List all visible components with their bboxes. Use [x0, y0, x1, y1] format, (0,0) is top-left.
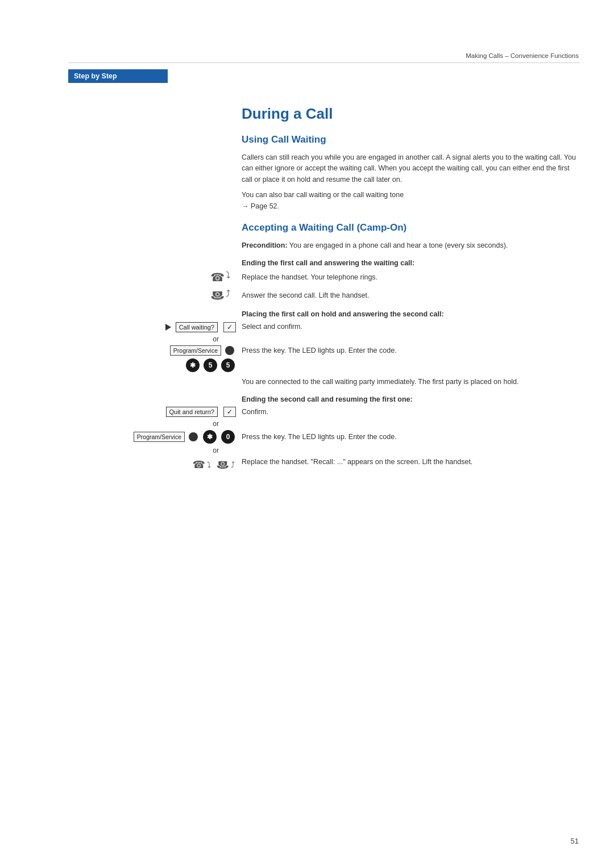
- call-waiting-instruction: Select and confirm.: [242, 322, 580, 332]
- prog-service-row1: Program/Service Press the key. The LED l…: [68, 345, 580, 356]
- section1-body: Callers can still reach you while you ar…: [242, 152, 580, 185]
- section2-title: Accepting a Waiting Call (Camp-On): [242, 222, 580, 233]
- prog-service-key1: Program/Service: [170, 345, 221, 356]
- quit-instruction: Confirm.: [242, 407, 580, 418]
- five-key-1: 5: [204, 358, 217, 372]
- quit-checkmark: ✓: [223, 407, 236, 417]
- subsection1-label-row: Ending the first call and answering the …: [242, 259, 580, 267]
- prog-service-instruction1: Press the key. The LED lights up. Enter …: [242, 345, 580, 356]
- section1-title: Using Call Waiting: [242, 134, 580, 145]
- step-by-step-label: Step by Step: [74, 72, 117, 80]
- subsection1-label: Ending the first call and answering the …: [242, 259, 580, 267]
- lift-handset-icon: ☎: [210, 289, 225, 302]
- zero-key: 0: [221, 430, 235, 444]
- prog-service-key2: Program/Service: [134, 432, 185, 442]
- subsection3-label: Ending the second call and resuming the …: [242, 395, 580, 403]
- star-key2: ✱: [203, 430, 217, 444]
- quit-left: Quit and return? ✓: [68, 407, 242, 417]
- recall-lift-arrow-icon: ⤴: [231, 460, 235, 469]
- step-replace-handset-text: Replace the handset. Your telephone ring…: [242, 272, 580, 283]
- or1-left: or: [68, 335, 242, 343]
- led-dot1: [225, 346, 234, 355]
- or2-text: or: [213, 420, 230, 428]
- page-container: Making Calls – Convenience Functions Ste…: [0, 0, 614, 868]
- checkmark-box: ✓: [223, 322, 236, 332]
- prog-service-left1: Program/Service: [68, 345, 242, 356]
- subsection2-label-row: Placing the first call on hold and answe…: [242, 310, 580, 318]
- arrow-up-icon: ⤴: [226, 289, 230, 302]
- header-rule: [68, 62, 580, 63]
- recall-arrow-icon: ⤵: [207, 460, 211, 469]
- main-content: During a Call Using Call Waiting Callers…: [68, 88, 580, 479]
- prog-service-instruction2: Press the key. The LED lights up. Enter …: [242, 432, 580, 443]
- breadcrumb: Making Calls – Convenience Functions: [466, 52, 579, 59]
- triangle-icon: [165, 324, 171, 331]
- main-title: During a Call: [242, 105, 580, 123]
- page-ref: → Page 52.: [242, 202, 279, 210]
- or1-row: or: [68, 335, 580, 343]
- led-dot2: [189, 432, 198, 441]
- left-icon-replace: ☎ ⤵: [68, 270, 242, 284]
- step-replace-handset-row: ☎ ⤵ Replace the handset. Your telephone …: [68, 270, 580, 284]
- step-lift-handset-row: ☎ ⤴ Answer the second call. Lift the han…: [68, 289, 580, 302]
- star-key: ✱: [186, 358, 200, 372]
- or2-row: or: [68, 419, 580, 428]
- recall-row: ☎ ⤵ ☎ ⤴ Replace the handset. "Recall: ..…: [68, 457, 580, 471]
- or1-text: or: [213, 335, 230, 343]
- call-waiting-key: Call waiting?: [176, 322, 218, 332]
- call-waiting-row: Call waiting? ✓ Select and confirm.: [68, 322, 580, 332]
- recall-lift-icon: ☎: [217, 458, 229, 471]
- or2-left: or: [68, 419, 242, 428]
- keys-left1: ✱ 5 5: [68, 358, 242, 372]
- prog-service-left2: Program/Service ✱ 0: [68, 430, 242, 444]
- or3-left: or: [68, 446, 242, 454]
- recall-text: Replace the handset. "Recall: ..." appea…: [242, 457, 580, 468]
- arrow-down-icon: ⤵: [226, 270, 230, 284]
- step-lift-handset-text: Answer the second call. Lift the handset…: [242, 290, 580, 301]
- connected-text: You are connected to the call waiting pa…: [242, 377, 580, 387]
- precondition: Precondition: You are engaged in a phone…: [242, 240, 580, 251]
- call-waiting-left: Call waiting? ✓: [68, 322, 242, 332]
- subsection2-label: Placing the first call on hold and answe…: [242, 310, 580, 318]
- page-number: 51: [571, 837, 579, 845]
- recall-replace-icon: ☎: [193, 458, 205, 471]
- recall-icons-left: ☎ ⤵ ☎ ⤴: [68, 457, 242, 471]
- right-column: During a Call Using Call Waiting Callers…: [242, 105, 580, 251]
- or3-row: or: [68, 446, 580, 454]
- step-by-step-box: Step by Step: [68, 69, 168, 83]
- quit-row: Quit and return? ✓ Confirm.: [68, 407, 580, 418]
- prog-service-row2: Program/Service ✱ 0 Press the key. The L…: [68, 430, 580, 444]
- quit-key: Quit and return?: [166, 407, 218, 417]
- or3-text: or: [213, 446, 230, 454]
- replace-handset-icon: ☎: [210, 270, 225, 284]
- keys-row1: ✱ 5 5: [68, 358, 580, 372]
- subsection3-label-row: Ending the second call and resuming the …: [242, 395, 580, 403]
- left-icon-lift: ☎ ⤴: [68, 289, 242, 302]
- section1-body2: You can also bar call waiting or the cal…: [242, 190, 580, 212]
- connected-row: You are connected to the call waiting pa…: [68, 377, 580, 387]
- five-key-2: 5: [221, 358, 235, 372]
